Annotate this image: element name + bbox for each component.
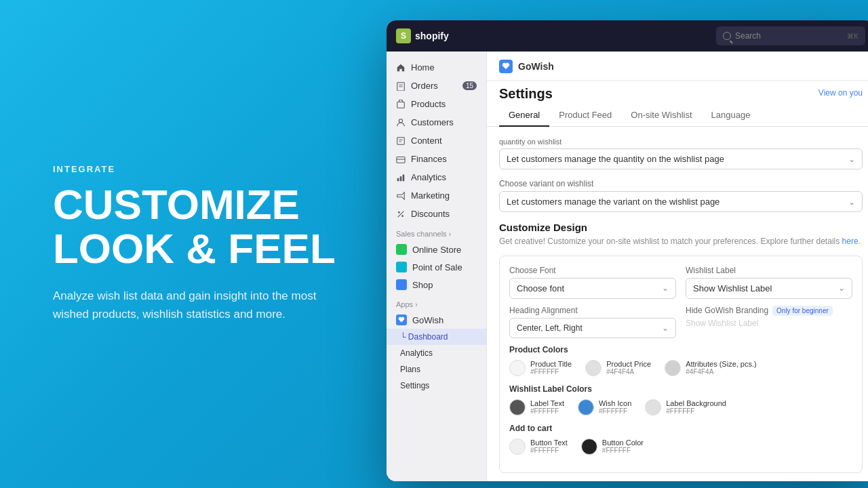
finances-icon: [396, 155, 406, 164]
label-text-info: Label Text #FFFFFF: [530, 399, 564, 415]
color-item-attributes[interactable]: Attributes (Size, pcs.) #4F4F4A: [665, 360, 757, 376]
shopify-logo-text: shopify: [415, 30, 449, 41]
tab-language[interactable]: Language: [702, 104, 760, 127]
tab-general[interactable]: General: [499, 104, 549, 127]
sidebar-label-content: Content: [411, 136, 442, 146]
tab-product-feed[interactable]: Product Feed: [549, 104, 621, 127]
wishlist-label-arrow: ⌄: [838, 283, 845, 293]
font-select[interactable]: Choose font ⌄: [509, 278, 676, 299]
sidebar-item-discounts[interactable]: Discounts: [387, 205, 486, 223]
online-store-icon: [396, 244, 407, 255]
button-color-info: Button Color #FFFFFF: [602, 439, 644, 454]
sidebar-subitem-dashboard[interactable]: └ Dashboard: [387, 329, 486, 345]
sidebar-item-shop[interactable]: Shop: [387, 276, 486, 293]
sidebar-item-home[interactable]: Home: [387, 58, 486, 77]
heading-align-select[interactable]: Center, Left, Right ⌄: [509, 318, 676, 338]
sidebar-item-products[interactable]: Products: [387, 95, 486, 113]
orders-icon: [396, 81, 406, 91]
sidebar-item-content[interactable]: Content: [387, 131, 486, 150]
wish-icon-swatch: [578, 399, 594, 415]
pos-label: Point of Sale: [412, 262, 462, 272]
color-item-button-text[interactable]: Button Text #FFFFFF: [509, 439, 568, 455]
add-to-cart-colors: Button Text #FFFFFF Button Color #FFFFFF: [509, 439, 852, 455]
right-panel: GoWish Settings View on you General Prod…: [487, 52, 868, 481]
button-color-name: Button Color: [602, 439, 644, 447]
sidebar-item-online-store[interactable]: Online Store: [387, 241, 486, 258]
sales-channels-label: Sales channels ›: [387, 223, 486, 241]
sidebar-item-marketing[interactable]: Marketing: [387, 186, 486, 205]
sidebar-subitem-analytics[interactable]: Analytics: [387, 345, 486, 361]
quantity-select-arrow: ⌄: [848, 155, 855, 164]
label-text-swatch: [509, 399, 526, 415]
sidebar-label-orders: Orders: [411, 81, 438, 91]
color-item-label-text[interactable]: Label Text #FFFFFF: [509, 399, 564, 415]
gowish-header-icon: [499, 60, 513, 73]
sidebar-item-pos[interactable]: Point of Sale: [387, 258, 486, 276]
sidebar-label-finances: Finances: [411, 154, 447, 164]
browser-window: S shopify Search ⌘K Home Orders: [387, 20, 868, 481]
wishlist-label-select[interactable]: Show Wishlist Label ⌄: [686, 278, 852, 299]
sidebar: Home Orders 15 Products Customers: [387, 52, 487, 481]
color-item-label-bg[interactable]: Label Background #FFFFFF: [645, 399, 726, 415]
wishlist-label-colors-title: Wishlist Label Colors: [509, 384, 852, 394]
product-colors-title: Product Colors: [509, 345, 852, 354]
home-icon: [396, 63, 406, 73]
color-item-wish-icon[interactable]: Wish Icon #FFFFFF: [578, 399, 631, 415]
sidebar-item-customers[interactable]: Customers: [387, 113, 486, 131]
variant-select[interactable]: Let customers manage the variant on the …: [499, 191, 863, 212]
sidebar-label-discounts: Discounts: [411, 209, 450, 219]
wishlist-label-color-items: Label Text #FFFFFF Wish Icon #FFFFFF: [509, 399, 852, 415]
gowish-app-name: GoWish: [518, 61, 554, 72]
customize-title: Customize Design: [499, 222, 863, 233]
product-color-items: Product Title #FFFFFF Product Price #4F4…: [509, 360, 852, 376]
attributes-name: Attributes (Size, pcs.): [686, 360, 757, 368]
branding-group: Hide GoWish Branding Only for beginner S…: [686, 306, 852, 338]
here-link[interactable]: here: [842, 237, 859, 246]
sidebar-item-finances[interactable]: Finances: [387, 150, 486, 168]
product-title-hex: #FFFFFF: [530, 368, 572, 375]
sidebar-item-analytics[interactable]: Analytics: [387, 168, 486, 186]
customize-desc: Get creative! Customize your on-site wis…: [499, 236, 863, 247]
color-item-button-color[interactable]: Button Color #FFFFFF: [581, 439, 644, 455]
pos-icon: [396, 262, 407, 272]
button-color-hex: #FFFFFF: [602, 447, 644, 454]
show-wishlist-ghost: Show Wishlist Label: [686, 319, 852, 328]
integrate-label: INTEGRATE: [53, 164, 406, 174]
svg-rect-11: [400, 176, 402, 181]
wishlist-label-title: Wishlist Label: [686, 266, 852, 275]
sidebar-item-gowish[interactable]: GoWish: [387, 311, 486, 329]
color-item-product-title[interactable]: Product Title #FFFFFF: [509, 360, 572, 376]
color-item-product-price[interactable]: Product Price #4F4F4A: [585, 360, 651, 376]
tab-on-site-wishlist[interactable]: On-site Wishlist: [621, 104, 701, 127]
button-text-swatch: [509, 439, 526, 455]
headline-line2: LOOK & FEEL: [53, 225, 336, 272]
sidebar-item-orders[interactable]: Orders 15: [387, 77, 486, 95]
sidebar-subitem-settings[interactable]: Settings: [387, 378, 486, 394]
sidebar-label-analytics: Analytics: [411, 172, 446, 182]
view-on-you[interactable]: View on you: [818, 88, 868, 98]
label-bg-info: Label Background #FFFFFF: [666, 399, 726, 415]
wishlist-label-colors-section: Wishlist Label Colors Label Text #FFFFFF: [509, 384, 852, 415]
quantity-select[interactable]: Let customers manage the quantity on the…: [499, 148, 863, 169]
wish-icon-info: Wish Icon #FFFFFF: [599, 399, 631, 415]
shop-label: Shop: [412, 280, 433, 290]
search-bar[interactable]: Search ⌘K: [716, 26, 865, 45]
dashboard-label: └ Dashboard: [400, 332, 448, 342]
button-text-hex: #FFFFFF: [530, 447, 568, 454]
font-select-arrow: ⌄: [662, 283, 669, 293]
content-icon: [396, 136, 406, 146]
orders-badge: 15: [462, 81, 477, 90]
label-bg-name: Label Background: [666, 399, 726, 407]
subtext: Analyze wish list data and gain insight …: [53, 287, 344, 323]
settings-sub-label: Settings: [400, 381, 429, 390]
product-price-info: Product Price #4F4F4A: [606, 360, 651, 375]
sidebar-subitem-plans[interactable]: Plans: [387, 361, 486, 378]
product-price-swatch: [585, 360, 601, 376]
discounts-icon: [396, 209, 406, 219]
sidebar-label-home: Home: [411, 62, 435, 73]
gowish-header: GoWish: [487, 52, 868, 81]
variant-select-arrow: ⌄: [848, 197, 855, 207]
marketing-icon: [396, 191, 406, 201]
heading-branding-row: Heading Alignment Center, Left, Right ⌄ …: [509, 306, 852, 338]
search-placeholder: Search: [735, 31, 761, 41]
